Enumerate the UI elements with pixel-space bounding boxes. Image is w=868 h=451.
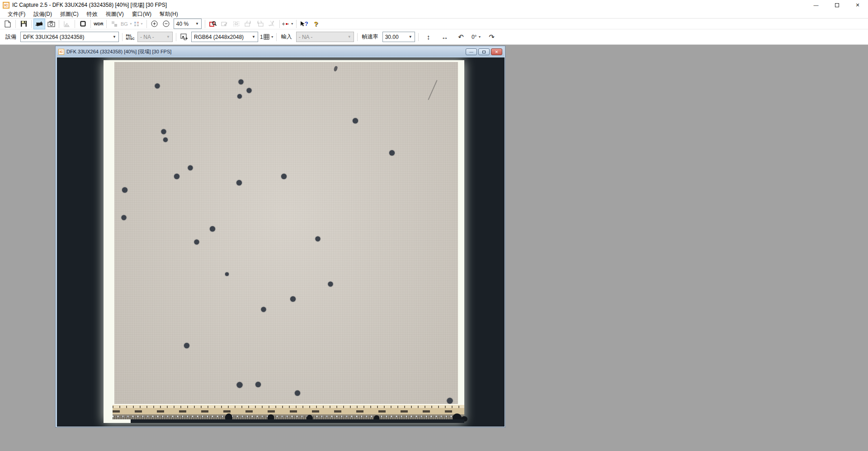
separator xyxy=(296,20,297,28)
wdr-button[interactable]: WDR xyxy=(93,19,104,29)
titlebar: IC IC Capture 2.5 - DFK 33UX264 (3324358… xyxy=(0,0,868,10)
menu-view[interactable]: 視圖(V) xyxy=(102,10,128,18)
child-maximize-button[interactable] xyxy=(478,48,490,55)
sample-dot xyxy=(237,382,243,388)
rotation-angle-value: 0° xyxy=(472,34,476,40)
tvnorm-combobox[interactable]: - NA -▼ xyxy=(137,32,173,42)
roi-redo-button[interactable] xyxy=(255,19,265,29)
live-view-child-window: IC DFK 33UX264 (3324358) [40%] [現場] [30 … xyxy=(55,46,505,427)
pan-mode-dropdown-button[interactable]: ▼ xyxy=(282,19,294,29)
device-combobox[interactable]: DFK 33UX264 (3324358)▼ xyxy=(20,32,119,42)
child-minimize-button[interactable]: — xyxy=(466,48,477,55)
dot-layer xyxy=(114,62,458,407)
roi-confirm-button[interactable] xyxy=(219,19,230,29)
zoom-out-button[interactable] xyxy=(161,19,172,29)
wdr-label: WDR xyxy=(94,22,104,26)
device-label: 設備 xyxy=(5,33,16,41)
menu-capture[interactable]: 抓圖(C) xyxy=(56,10,83,18)
new-document-button[interactable] xyxy=(2,19,13,29)
histogram-button[interactable] xyxy=(61,19,72,29)
zoom-level-combobox[interactable]: 40 %▼ xyxy=(174,19,202,29)
input-combobox[interactable]: - NA -▼ xyxy=(296,32,354,42)
child-window-title: DFK 33UX264 (3324358) [40%] [現場] [30 FPS… xyxy=(66,48,171,55)
child-window-controls: — ✕ xyxy=(466,48,502,55)
child-titlebar[interactable]: IC DFK 33UX264 (3324358) [40%] [現場] [30 … xyxy=(57,47,504,57)
tvnorm-icon: PALNTSC xyxy=(125,32,136,42)
tvnorm-value: - NA - xyxy=(140,34,154,40)
menu-help[interactable]: 幫助(H) xyxy=(156,10,182,18)
device-value: DFK 33UX264 (3324358) xyxy=(23,34,84,40)
flip-vertical-button[interactable]: ↕ xyxy=(423,32,434,42)
window-title: IC Capture 2.5 - DFK 33UX264 (3324358) [… xyxy=(12,1,167,9)
ruler-band-top xyxy=(113,404,464,408)
sample-dot xyxy=(161,129,166,134)
roi-undo-button[interactable] xyxy=(243,19,254,29)
sample-dot xyxy=(174,174,179,179)
separator xyxy=(15,20,16,28)
sample-dot xyxy=(281,174,287,179)
menu-window[interactable]: 窗口(W) xyxy=(128,10,156,18)
separator xyxy=(205,20,205,28)
separator xyxy=(106,20,107,28)
maximize-button[interactable] xyxy=(826,0,847,10)
separator xyxy=(279,20,280,28)
menu-device[interactable]: 設備(D) xyxy=(29,10,56,18)
sample-dot xyxy=(389,150,395,156)
open-device-button[interactable] xyxy=(34,19,45,29)
sample-dot xyxy=(122,187,127,193)
display-rect-button[interactable] xyxy=(77,19,88,29)
framerate-combobox[interactable]: 30.00▼ xyxy=(382,32,415,42)
sample-dot xyxy=(121,215,126,220)
live-video-viewport xyxy=(57,57,505,427)
background-dropdown-button[interactable]: BG▼ xyxy=(121,19,132,29)
roi-reset-button[interactable] xyxy=(266,19,277,29)
context-help-question-mark: ? xyxy=(305,20,308,27)
help-button[interactable]: ? xyxy=(311,19,321,29)
close-button[interactable]: ✕ xyxy=(847,0,868,10)
roi-define-button[interactable] xyxy=(231,19,242,29)
sample-dot xyxy=(225,272,229,276)
binning-dropdown-button[interactable]: 1 ▼ xyxy=(260,32,274,42)
separator xyxy=(75,20,75,28)
sample-dot xyxy=(295,390,300,396)
sample-dot xyxy=(194,240,199,245)
sample-dot xyxy=(261,307,266,312)
overlay-dropdown-button[interactable]: ▼ xyxy=(133,19,144,29)
ruler-band-dots xyxy=(113,414,464,419)
sample-dot xyxy=(447,398,453,404)
help-question-mark: ? xyxy=(314,20,318,28)
chevron-down-icon: ▼ xyxy=(409,35,412,39)
rotate-ccw-button[interactable]: ↶ xyxy=(456,32,467,42)
rotation-angle-dropdown-button[interactable]: 0° ▼ xyxy=(471,32,482,42)
sample-dot xyxy=(315,236,320,241)
menu-file[interactable]: 文件(F) xyxy=(4,10,29,18)
sample-dot xyxy=(236,180,242,185)
lightbox-region xyxy=(104,60,464,423)
bg-label: BG xyxy=(121,21,128,27)
input-label: 輸入 xyxy=(281,33,292,41)
flip-horizontal-button[interactable]: ↔ xyxy=(439,32,450,42)
chevron-down-icon: ▼ xyxy=(252,35,255,39)
context-help-button[interactable]: ? xyxy=(299,19,310,29)
minimize-button[interactable]: — xyxy=(806,0,826,10)
zoom-in-button[interactable] xyxy=(149,19,160,29)
sample-dot xyxy=(238,80,243,85)
menu-effects[interactable]: 特效 xyxy=(83,10,102,18)
input-value: - NA - xyxy=(299,34,313,40)
video-format-combobox[interactable]: RGB64 (2448x2048)▼ xyxy=(191,32,258,42)
shadow-under-ruler xyxy=(131,419,464,423)
save-button[interactable] xyxy=(18,19,29,29)
chevron-down-icon: ▼ xyxy=(291,22,294,25)
snapshot-camera-button[interactable] xyxy=(46,19,57,29)
noise-reduction-button[interactable] xyxy=(109,19,120,29)
child-close-button[interactable]: ✕ xyxy=(491,48,502,55)
separator xyxy=(176,33,176,41)
calibration-ruler-strip xyxy=(113,404,464,419)
blob-layer xyxy=(113,414,464,419)
binning-value: 1 xyxy=(260,34,263,40)
zoom-selection-button[interactable] xyxy=(208,19,218,29)
separator xyxy=(146,20,147,28)
device-toolbar: 設備 DFK 33UX264 (3324358)▼ PALNTSC - NA -… xyxy=(0,29,868,45)
child-maximize-icon xyxy=(482,51,486,53)
rotate-cw-button[interactable]: ↷ xyxy=(486,32,497,42)
